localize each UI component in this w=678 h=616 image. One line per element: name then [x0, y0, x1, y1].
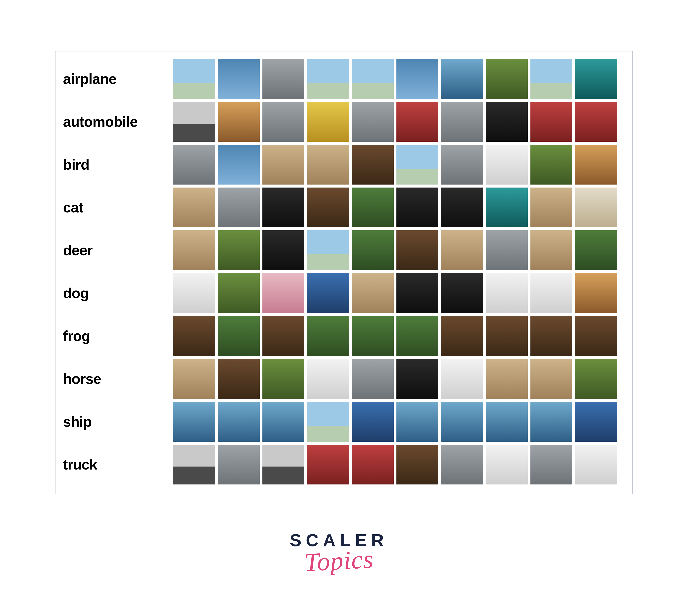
sample-thumbnail: [441, 273, 483, 313]
sample-thumbnail: [575, 273, 617, 313]
sample-thumbnail: [397, 59, 438, 99]
class-row-automobile: automobile: [62, 100, 625, 143]
sample-thumbnail: [441, 59, 483, 99]
sample-thumbnail: [307, 359, 349, 399]
sample-thumbnail: [530, 102, 572, 142]
sample-thumbnail: [397, 445, 438, 485]
sample-thumbnail: [575, 188, 617, 228]
class-label: cat: [62, 199, 173, 216]
sample-thumbnail: [486, 316, 528, 356]
thumbnail-strip: [173, 316, 617, 356]
sample-thumbnail: [262, 231, 304, 270]
sample-thumbnail: [530, 188, 572, 228]
sample-thumbnail: [173, 316, 215, 356]
sample-thumbnail: [352, 445, 393, 485]
class-row-deer: deer: [62, 229, 625, 272]
sample-thumbnail: [218, 145, 260, 184]
sample-thumbnail: [262, 316, 304, 356]
sample-thumbnail: [530, 445, 572, 485]
sample-thumbnail: [307, 445, 349, 485]
class-label: truck: [62, 456, 173, 473]
dataset-grid: airplaneautomobilebirdcatdeerdogfroghors…: [55, 51, 633, 494]
class-row-bird: bird: [62, 143, 625, 186]
thumbnail-strip: [173, 102, 617, 142]
thumbnail-strip: [173, 359, 617, 399]
sample-thumbnail: [397, 273, 438, 313]
thumbnail-strip: [173, 402, 617, 442]
sample-thumbnail: [575, 402, 617, 442]
sample-thumbnail: [173, 59, 215, 99]
sample-thumbnail: [441, 188, 483, 228]
sample-thumbnail: [218, 102, 260, 142]
sample-thumbnail: [173, 273, 215, 313]
sample-thumbnail: [307, 316, 349, 356]
sample-thumbnail: [441, 145, 483, 184]
sample-thumbnail: [575, 59, 617, 99]
sample-thumbnail: [575, 145, 617, 184]
class-row-frog: frog: [62, 315, 625, 357]
sample-thumbnail: [486, 231, 528, 270]
sample-thumbnail: [441, 316, 483, 356]
sample-thumbnail: [352, 59, 393, 99]
sample-thumbnail: [352, 359, 393, 399]
sample-thumbnail: [218, 402, 260, 442]
sample-thumbnail: [173, 445, 215, 485]
sample-thumbnail: [307, 102, 349, 142]
thumbnail-strip: [173, 445, 617, 485]
sample-thumbnail: [173, 188, 215, 228]
sample-thumbnail: [575, 359, 617, 399]
class-label: bird: [62, 157, 173, 173]
sample-thumbnail: [486, 402, 528, 442]
sample-thumbnail: [441, 102, 483, 142]
class-row-dog: dog: [62, 272, 625, 315]
sample-thumbnail: [218, 316, 260, 356]
sample-thumbnail: [307, 145, 349, 184]
thumbnail-strip: [173, 188, 617, 228]
sample-thumbnail: [441, 359, 483, 399]
sample-thumbnail: [352, 402, 393, 442]
sample-thumbnail: [397, 231, 438, 270]
sample-thumbnail: [441, 445, 483, 485]
sample-thumbnail: [218, 445, 260, 485]
sample-thumbnail: [352, 316, 393, 356]
sample-thumbnail: [397, 316, 438, 356]
class-row-ship: ship: [62, 400, 625, 443]
class-label: horse: [62, 371, 173, 387]
sample-thumbnail: [486, 359, 528, 399]
sample-thumbnail: [173, 402, 215, 442]
sample-thumbnail: [173, 231, 215, 270]
thumbnail-strip: [173, 231, 617, 270]
sample-thumbnail: [218, 359, 260, 399]
sample-thumbnail: [575, 231, 617, 270]
sample-thumbnail: [575, 102, 617, 142]
sample-thumbnail: [575, 445, 617, 485]
sample-thumbnail: [262, 402, 304, 442]
sample-thumbnail: [262, 59, 304, 99]
sample-thumbnail: [486, 273, 528, 313]
sample-thumbnail: [486, 188, 528, 228]
sample-thumbnail: [218, 231, 260, 270]
sample-thumbnail: [262, 145, 304, 184]
sample-thumbnail: [352, 102, 393, 142]
sample-thumbnail: [262, 445, 304, 485]
class-row-airplane: airplane: [62, 57, 625, 100]
sample-thumbnail: [352, 231, 393, 270]
sample-thumbnail: [397, 188, 438, 228]
sample-thumbnail: [218, 59, 260, 99]
sample-thumbnail: [307, 188, 349, 228]
class-row-truck: truck: [62, 443, 625, 486]
thumbnail-strip: [173, 273, 617, 313]
sample-thumbnail: [486, 145, 528, 184]
sample-thumbnail: [397, 402, 438, 442]
brand-logo: SCALER Topics: [0, 530, 678, 576]
sample-thumbnail: [530, 145, 572, 184]
sample-thumbnail: [218, 273, 260, 313]
sample-thumbnail: [441, 231, 483, 270]
sample-thumbnail: [352, 188, 393, 228]
sample-thumbnail: [262, 102, 304, 142]
sample-thumbnail: [575, 316, 617, 356]
sample-thumbnail: [530, 59, 572, 99]
class-label: frog: [62, 328, 173, 344]
sample-thumbnail: [530, 359, 572, 399]
sample-thumbnail: [262, 273, 304, 313]
